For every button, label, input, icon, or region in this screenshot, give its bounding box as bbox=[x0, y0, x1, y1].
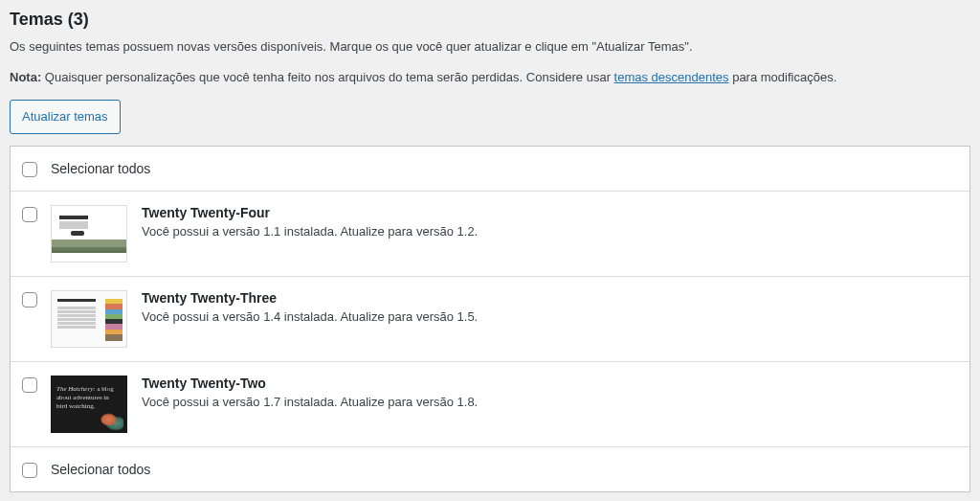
note-label: Nota: bbox=[10, 70, 41, 84]
child-themes-link[interactable]: temas descendentes bbox=[614, 70, 729, 84]
theme-name: Twenty Twenty-Three bbox=[142, 290, 958, 306]
note-line: Nota: Quaisquer personalizações que você… bbox=[10, 68, 970, 87]
themes-update-table: Selecionar todos Twenty Twenty-Four Você… bbox=[10, 146, 970, 492]
select-all-row-bottom: Selecionar todos bbox=[11, 447, 969, 491]
select-all-row-top: Selecionar todos bbox=[11, 147, 969, 192]
theme-thumbnail bbox=[51, 205, 127, 262]
select-all-checkbox-top[interactable] bbox=[22, 162, 37, 177]
theme-thumbnail bbox=[51, 290, 127, 348]
select-all-label-top: Selecionar todos bbox=[51, 161, 150, 176]
theme-row: The Hatchery: a blog about adventures in… bbox=[11, 362, 969, 447]
theme-version-text: Você possui a versão 1.4 instalada. Atua… bbox=[142, 309, 958, 324]
theme-thumbnail-text: The Hatchery: a blog about adventures in… bbox=[56, 385, 114, 411]
theme-checkbox[interactable] bbox=[22, 207, 37, 222]
intro-text: Os seguintes temas possuem novas versões… bbox=[10, 37, 970, 57]
section-title: Temas (3) bbox=[10, 10, 970, 30]
theme-name: Twenty Twenty-Two bbox=[142, 376, 958, 391]
theme-version-text: Você possui a versão 1.1 instalada. Atua… bbox=[142, 224, 958, 239]
theme-checkbox[interactable] bbox=[22, 377, 37, 393]
theme-name: Twenty Twenty-Four bbox=[142, 205, 958, 220]
select-all-label-bottom: Selecionar todos bbox=[51, 462, 150, 477]
theme-thumbnail: The Hatchery: a blog about adventures in… bbox=[51, 376, 127, 433]
theme-checkbox[interactable] bbox=[22, 292, 37, 307]
note-text-after: para modificações. bbox=[729, 70, 837, 84]
theme-row: Twenty Twenty-Four Você possui a versão … bbox=[11, 192, 969, 277]
theme-version-text: Você possui a versão 1.7 instalada. Atua… bbox=[142, 395, 958, 409]
note-text-before: Quaisquer personalizações que você tenha… bbox=[41, 70, 613, 84]
update-themes-button-top[interactable]: Atualizar temas bbox=[10, 100, 121, 134]
select-all-checkbox-bottom[interactable] bbox=[22, 463, 37, 478]
theme-row: Twenty Twenty-Three Você possui a versão… bbox=[11, 277, 969, 362]
